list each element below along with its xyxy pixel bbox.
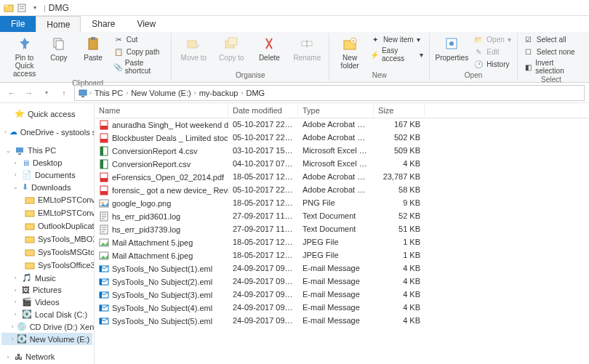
- breadcrumb-item[interactable]: my-backup: [198, 89, 240, 97]
- chevron-icon[interactable]: ›: [126, 89, 128, 97]
- history-button[interactable]: 🕑History: [472, 58, 512, 70]
- delete-button[interactable]: Delete: [252, 33, 287, 63]
- file-size: 4 KB: [374, 302, 425, 314]
- svg-rect-32: [100, 139, 108, 142]
- folder-icon: [3, 2, 15, 14]
- back-button[interactable]: ←: [4, 86, 19, 100]
- file-row[interactable]: SysTools_No Subject(4).eml24-09-2017 09:…: [95, 302, 589, 315]
- ribbon-tabs: File Home Share View: [0, 16, 589, 32]
- properties-icon[interactable]: [16, 2, 28, 14]
- breadcrumb-item[interactable]: New Volume (E:): [129, 89, 193, 97]
- move-to-button[interactable]: Move to: [176, 33, 211, 63]
- address-bar[interactable]: › This PC › New Volume (E:) › my-backup …: [74, 85, 585, 101]
- svg-rect-2: [18, 4, 25, 12]
- videos-icon: 🎬: [22, 297, 32, 307]
- paste-button[interactable]: Paste: [77, 33, 108, 63]
- sidebar-local-disk[interactable]: ›💽Local Disk (C:): [1, 308, 92, 320]
- chevron-icon[interactable]: ›: [241, 89, 243, 97]
- sidebar-cd-drive[interactable]: ›💿CD Drive (D:) XenSe: [1, 320, 92, 333]
- sidebar-documents[interactable]: ›📄Documents: [1, 169, 92, 181]
- open-button[interactable]: 📂Open ▾: [472, 33, 512, 45]
- sidebar-music[interactable]: ›🎵Music: [1, 272, 92, 284]
- rename-button[interactable]: Rename: [289, 33, 324, 63]
- cut-button[interactable]: ✂Cut: [112, 33, 167, 45]
- file-row[interactable]: Mail Attachment 5.jpeg18-05-2017 12:39JP…: [95, 236, 589, 249]
- file-row[interactable]: eForensics_Open_02_2014.pdf18-05-2017 12…: [95, 171, 589, 184]
- file-row[interactable]: ConversionReport.csv04-10-2017 07:45Micr…: [95, 158, 589, 171]
- svg-rect-62: [100, 318, 102, 324]
- sidebar-network[interactable]: ›🖧Network: [1, 351, 92, 363]
- new-folder-button[interactable]: ✦New folder: [334, 33, 366, 71]
- sidebar-folder[interactable]: EMLtoPSTConvert: [1, 206, 92, 219]
- file-icon: [99, 120, 109, 130]
- sidebar-onedrive[interactable]: ›☁OneDrive - systools sn: [1, 126, 92, 138]
- new-item-button[interactable]: ✦New item ▾: [369, 33, 425, 45]
- tab-home[interactable]: Home: [36, 16, 81, 32]
- file-row[interactable]: hs_err_pid3739.log27-09-2017 11:47Text D…: [95, 223, 589, 236]
- copy-button[interactable]: Copy: [43, 33, 74, 63]
- sidebar-videos[interactable]: ›🎬Videos: [1, 296, 92, 308]
- file-row[interactable]: SysTools_No Subject(5).eml24-09-2017 09:…: [95, 315, 589, 328]
- file-row[interactable]: ConversionReport 4.csv03-10-2017 15:32Mi…: [95, 145, 589, 158]
- delete-icon: [260, 35, 278, 52]
- shortcut-icon: 📎: [113, 62, 122, 72]
- recent-dropdown[interactable]: ▾: [39, 86, 54, 100]
- properties-button[interactable]: Properties: [434, 33, 469, 63]
- breadcrumb-item[interactable]: DMG: [244, 89, 266, 97]
- breadcrumb-item[interactable]: This PC: [93, 89, 124, 97]
- move-icon: [185, 35, 202, 52]
- file-type: Adobe Acrobat D...: [298, 132, 374, 144]
- select-none-button[interactable]: ☐Select none: [522, 46, 580, 57]
- dropdown-icon[interactable]: ▾: [29, 2, 41, 14]
- file-row[interactable]: google_logo.png18-05-2017 12:39PNG File9…: [95, 197, 589, 210]
- copy-path-button[interactable]: 📋Copy path: [112, 46, 167, 57]
- file-date: 27-09-2017 11:40: [228, 211, 298, 222]
- file-type: Text Document: [298, 211, 374, 222]
- sidebar-folder[interactable]: OutlookDuplicate: [1, 219, 92, 232]
- selectall-icon: ☑: [524, 34, 534, 44]
- file-row[interactable]: SysTools_No Subject(1).eml24-09-2017 09:…: [95, 262, 589, 275]
- file-date: 18-05-2017 12:39: [228, 237, 298, 248]
- file-row[interactable]: anuradha Singh_ Hot weekend deals for ..…: [95, 118, 589, 132]
- pin-button[interactable]: Pin to Quick access: [9, 33, 40, 79]
- sidebar-quick-access[interactable]: ⭐Quick access: [1, 108, 92, 120]
- svg-rect-19: [79, 90, 87, 95]
- sidebar-downloads[interactable]: ⌄⬇Downloads: [1, 181, 92, 193]
- file-row[interactable]: SysTools_No Subject(3).eml24-09-2017 09:…: [95, 288, 589, 302]
- column-date[interactable]: Date modified: [228, 103, 298, 118]
- chevron-icon[interactable]: ›: [89, 89, 92, 97]
- tab-view[interactable]: View: [126, 16, 167, 32]
- select-all-button[interactable]: ☑Select all: [522, 33, 580, 45]
- file-row[interactable]: hs_err_pid3601.log27-09-2017 11:40Text D…: [95, 210, 589, 223]
- easy-icon: ⚡: [370, 49, 379, 60]
- file-row[interactable]: Blockbuster Deals _ Limited stocks _ Gre…: [95, 132, 589, 145]
- file-row[interactable]: Mail Attachment 6.jpeg18-05-2017 12:39JP…: [95, 249, 589, 262]
- column-name[interactable]: Name: [95, 103, 228, 118]
- column-type[interactable]: Type: [298, 103, 374, 118]
- copy-to-button[interactable]: Copy to: [214, 33, 249, 63]
- sidebar-folder[interactable]: SysTools_MBOX_tc: [1, 232, 92, 246]
- sidebar-folder[interactable]: SysToolsMSGtoNS: [1, 246, 92, 259]
- column-size[interactable]: Size: [374, 103, 425, 118]
- file-icon: [99, 303, 109, 313]
- tab-file[interactable]: File: [0, 16, 36, 32]
- file-icon: [99, 146, 109, 156]
- sidebar-desktop[interactable]: ›🖥Desktop: [1, 157, 92, 169]
- easy-access-button[interactable]: ⚡Easy access ▾: [369, 46, 425, 63]
- svg-rect-23: [25, 198, 34, 203]
- up-button[interactable]: ↑: [57, 86, 71, 100]
- file-row[interactable]: SysTools_No Subject(2).eml24-09-2017 09:…: [95, 275, 589, 288]
- invert-selection-button[interactable]: ◧Invert selection: [522, 58, 580, 76]
- sidebar-new-volume[interactable]: ›💽New Volume (E:): [1, 333, 92, 345]
- tab-share[interactable]: Share: [81, 16, 126, 32]
- sidebar-this-pc[interactable]: ⌄This PC: [1, 144, 92, 157]
- paste-shortcut-button[interactable]: 📎Paste shortcut: [112, 58, 167, 76]
- sidebar-folder[interactable]: EMLtoPSTConvert: [1, 193, 92, 206]
- chevron-icon[interactable]: ›: [194, 89, 196, 97]
- forward-button[interactable]: →: [22, 86, 36, 100]
- file-icon: [99, 277, 109, 287]
- edit-button[interactable]: ✎Edit: [472, 46, 512, 57]
- sidebar-pictures[interactable]: ›🖼Pictures: [1, 284, 92, 296]
- file-row[interactable]: forensic_ got a new device_ Review sign-…: [95, 184, 589, 197]
- sidebar-folder[interactable]: SysToolsOffice365: [1, 259, 92, 272]
